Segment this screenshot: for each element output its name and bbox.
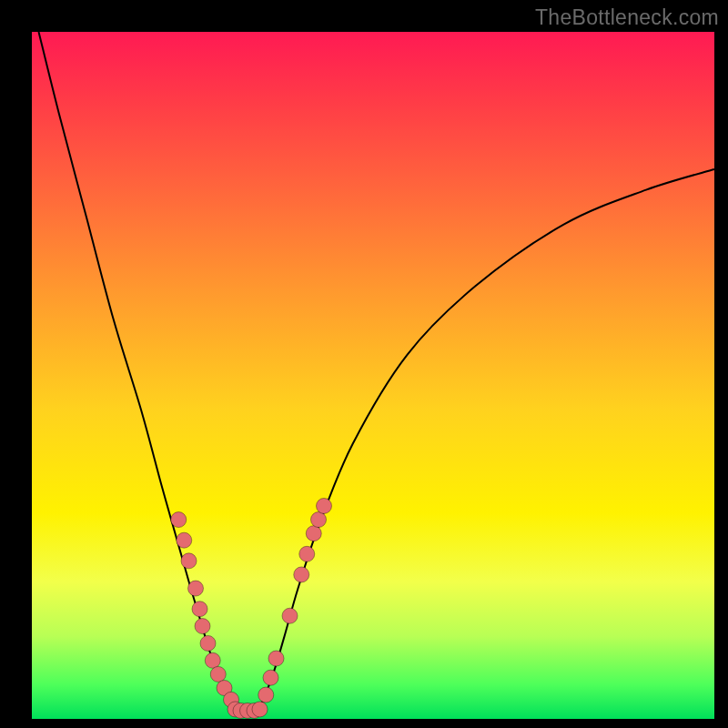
data-marker xyxy=(188,581,204,596)
data-marker xyxy=(282,608,298,623)
data-marker xyxy=(181,553,197,569)
data-markers xyxy=(171,498,332,718)
data-marker xyxy=(210,666,226,682)
data-marker xyxy=(311,512,327,528)
data-marker xyxy=(306,526,321,541)
data-marker xyxy=(205,652,220,668)
chart-stage: TheBottleneck.com xyxy=(0,0,728,728)
data-marker xyxy=(252,702,268,717)
data-marker xyxy=(177,532,192,548)
data-marker xyxy=(200,635,216,651)
data-marker xyxy=(268,651,284,666)
data-marker xyxy=(258,687,274,703)
data-marker xyxy=(317,498,332,513)
data-marker xyxy=(192,602,207,617)
data-marker xyxy=(171,512,187,528)
data-marker xyxy=(299,546,315,561)
data-marker xyxy=(195,619,210,634)
data-marker xyxy=(263,670,278,685)
data-marker xyxy=(294,567,309,582)
plot-area xyxy=(32,32,714,719)
watermark-text: TheBottleneck.com xyxy=(535,5,719,30)
curves-svg xyxy=(32,32,714,719)
right-branch-curve xyxy=(258,169,715,712)
